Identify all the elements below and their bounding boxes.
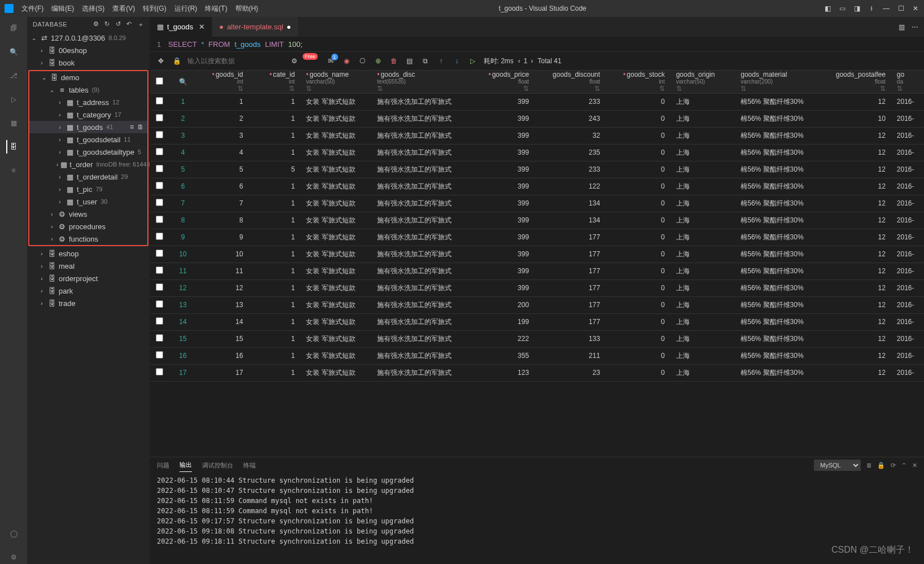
close-icon[interactable]: ✕ bbox=[912, 462, 917, 469]
cell[interactable]: 女装 军旅式短款 bbox=[300, 144, 371, 161]
cell[interactable]: 施有强水洗加工的军旅式 bbox=[371, 195, 470, 212]
table-row[interactable]: 12121女装 军旅式短款施有强水洗加工的军旅式3991770上海棉56% 聚酯… bbox=[150, 279, 924, 296]
clear-icon[interactable]: ⟳ bbox=[891, 462, 896, 469]
add-row-icon[interactable]: ⊕ bbox=[373, 56, 383, 66]
cell[interactable]: 133 bbox=[535, 330, 606, 347]
cell[interactable]: 1 bbox=[249, 110, 301, 127]
cell[interactable]: 2016- bbox=[891, 330, 924, 347]
cell[interactable]: 32 bbox=[535, 127, 606, 144]
cell[interactable]: 12 bbox=[820, 93, 891, 110]
sort-icon[interactable]: ⇅ bbox=[594, 85, 600, 93]
cell[interactable]: 399 bbox=[470, 263, 535, 279]
cell[interactable]: 12 bbox=[820, 263, 891, 279]
database-node-demo[interactable]: ⌄🗄demo bbox=[29, 71, 147, 84]
cell[interactable]: 12 bbox=[820, 364, 891, 381]
cell[interactable]: 女装 军旅式短款 bbox=[300, 212, 371, 229]
next-page-icon[interactable]: › bbox=[531, 57, 533, 65]
row-checkbox[interactable] bbox=[156, 334, 163, 342]
table-row[interactable]: 15151女装 军旅式短款施有强水洗加工的军旅式2221330上海棉56% 聚酯… bbox=[150, 330, 924, 347]
cell[interactable]: 399 bbox=[470, 279, 535, 296]
cell[interactable]: 施有强水洗加工的军旅式 bbox=[371, 161, 470, 178]
comment-icon[interactable]: ▤ bbox=[405, 56, 415, 66]
cell[interactable]: 399 bbox=[470, 144, 535, 161]
cell[interactable]: 211 bbox=[535, 347, 606, 364]
row-checkbox[interactable] bbox=[156, 368, 163, 375]
cell[interactable]: 2016- bbox=[891, 347, 924, 364]
cell[interactable]: 棉56% 聚酯纤维30% bbox=[735, 229, 820, 246]
cell[interactable]: 1 bbox=[249, 93, 301, 110]
file-icon[interactable]: 🗎 bbox=[137, 123, 144, 131]
cell[interactable]: 女装 军旅式短款 bbox=[300, 330, 371, 347]
cell[interactable]: 177 bbox=[535, 296, 606, 313]
column-header[interactable]: goods_materialvarchar(200) ⇅ bbox=[735, 71, 820, 93]
cell[interactable]: 177 bbox=[535, 229, 606, 246]
cell[interactable]: 1 bbox=[249, 127, 301, 144]
sort-icon[interactable]: ⇅ bbox=[523, 85, 529, 93]
cell[interactable]: 0 bbox=[606, 296, 671, 313]
cell[interactable]: 1 bbox=[249, 144, 301, 161]
drag-icon[interactable]: ✥ bbox=[156, 56, 166, 66]
cell[interactable]: 施有强水洗加工的军旅式 bbox=[371, 246, 470, 263]
cell[interactable]: 200 bbox=[470, 296, 535, 313]
cell[interactable]: 上海 bbox=[671, 263, 735, 279]
cell[interactable]: 399 bbox=[470, 178, 535, 195]
chevron-up-icon[interactable]: ⌃ bbox=[901, 462, 907, 469]
column-header[interactable]: •goods_stockint ⇅ bbox=[606, 71, 671, 93]
cell[interactable]: 棉56% 聚酯纤维30% bbox=[735, 347, 820, 364]
sql-editor[interactable]: 1 SELECT * FROM t_goods LIMIT 100; bbox=[150, 37, 924, 51]
table-node[interactable]: ›▦t_orderInnoDB free: 6144 kB... bbox=[29, 158, 147, 170]
table-node[interactable]: ›▦t_category17 bbox=[29, 108, 147, 121]
panel-tab[interactable]: 输出 bbox=[179, 458, 192, 472]
cell[interactable]: 1 bbox=[249, 195, 301, 212]
row-checkbox[interactable] bbox=[156, 114, 163, 121]
folder-node[interactable]: ›⚙procedures bbox=[29, 220, 147, 233]
cell[interactable]: 1 bbox=[249, 313, 301, 330]
table-node[interactable]: ›▦t_address12 bbox=[29, 96, 147, 108]
cell[interactable]: 1 bbox=[197, 93, 249, 110]
column-header[interactable]: •goods_pricefloat ⇅ bbox=[470, 71, 535, 93]
cell[interactable]: 12 bbox=[820, 279, 891, 296]
panel-tab[interactable]: 终端 bbox=[243, 459, 256, 472]
cell[interactable]: 施有强水洗加工的军旅式 bbox=[371, 296, 470, 313]
cell[interactable]: 8 bbox=[197, 212, 249, 229]
cell[interactable]: 0 bbox=[606, 212, 671, 229]
search-icon[interactable]: 🔍 bbox=[7, 45, 20, 59]
cell[interactable]: 177 bbox=[535, 313, 606, 330]
row-checkbox[interactable] bbox=[156, 351, 163, 358]
split-editor-icon[interactable]: ▥ bbox=[899, 23, 905, 31]
cell[interactable]: 上海 bbox=[671, 178, 735, 195]
close-button[interactable]: ✕ bbox=[912, 5, 919, 12]
cell[interactable]: 12 bbox=[820, 144, 891, 161]
cell[interactable]: 12 bbox=[820, 246, 891, 263]
cell[interactable]: 15 bbox=[197, 330, 249, 347]
cell[interactable]: 1 bbox=[249, 178, 301, 195]
cell[interactable]: 上海 bbox=[671, 347, 735, 364]
row-checkbox[interactable] bbox=[156, 216, 163, 223]
menu-item[interactable]: 文件(F) bbox=[18, 2, 47, 16]
column-header[interactable]: •goods_idint ⇅ bbox=[197, 71, 249, 93]
cell[interactable]: 12 bbox=[820, 212, 891, 229]
cell[interactable]: 女装 军旅式短款 bbox=[300, 110, 371, 127]
row-checkbox[interactable] bbox=[156, 283, 163, 291]
cell[interactable]: 女装 军旅式短款 bbox=[300, 178, 371, 195]
row-checkbox[interactable] bbox=[156, 199, 163, 206]
database-node[interactable]: ›🗄eshop bbox=[27, 247, 150, 260]
cell[interactable]: 施有强水洗加工的军旅式 bbox=[371, 347, 470, 364]
more-icon[interactable]: ⋯ bbox=[912, 23, 918, 31]
cell[interactable]: 12 bbox=[197, 279, 249, 296]
row-checkbox[interactable] bbox=[156, 97, 163, 104]
cell[interactable]: 2016- bbox=[891, 263, 924, 279]
cell[interactable]: 16 bbox=[197, 347, 249, 364]
cell[interactable]: 7 bbox=[197, 195, 249, 212]
editor-tab[interactable]: ▦t_goods✕ bbox=[150, 17, 212, 37]
settings-icon[interactable]: ⚙ bbox=[7, 550, 20, 564]
cell[interactable]: 0 bbox=[606, 110, 671, 127]
cell[interactable]: 0 bbox=[606, 161, 671, 178]
table-row[interactable]: 441女装 军旅式短款施有强水洗加工的军旅式3992350上海棉56% 聚酯纤维… bbox=[150, 144, 924, 161]
cell[interactable]: 5 bbox=[197, 161, 249, 178]
cell[interactable]: 177 bbox=[535, 246, 606, 263]
row-checkbox[interactable] bbox=[156, 250, 163, 257]
lock-icon[interactable]: 🔒 bbox=[877, 462, 885, 469]
cell[interactable]: 0 bbox=[606, 93, 671, 110]
cell[interactable]: 13 bbox=[197, 296, 249, 313]
